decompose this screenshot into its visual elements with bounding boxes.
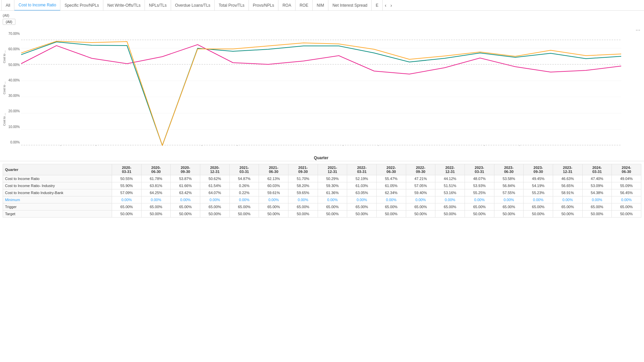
cell-3-15: 0.00% <box>553 196 583 203</box>
cell-3-7: 0.00% <box>318 196 347 203</box>
col-header-3: 2020-12-31 <box>200 164 230 175</box>
col-header-6: 2021-09-30 <box>288 164 318 175</box>
cell-0-10: 47.21% <box>406 175 435 182</box>
cell-2-17: 56.45% <box>612 189 641 196</box>
cell-3-4: 0.00% <box>229 196 259 203</box>
cell-3-3: 0.00% <box>200 196 230 203</box>
cell-2-4: 0.22% <box>229 189 259 196</box>
cell-1-2: 61.66% <box>171 182 200 189</box>
cell-0-13: 53.58% <box>494 175 524 182</box>
y-label-6: 60.00% <box>8 47 20 51</box>
cell-2-13: 57.55% <box>494 189 524 196</box>
series-label-1: Cost to ... <box>3 50 10 63</box>
cell-0-14: 49.45% <box>524 175 553 182</box>
tab-specific-prov-npls[interactable]: Specific Prov/NPLs <box>60 0 103 11</box>
cell-0-4: 54.87% <box>229 175 259 182</box>
row-label-1: Cost to Income Ratio- Industry <box>3 182 112 189</box>
table-row: Cost to Income Ratio50.55%61.78%53.87%50… <box>3 175 641 182</box>
cell-0-6: 51.70% <box>288 175 318 182</box>
y-label-7: 70.00% <box>8 32 20 36</box>
cell-3-2: 0.00% <box>171 196 200 203</box>
row-label-2: Cost to Income Ratio Industry-Bank <box>3 189 112 196</box>
tab-cost-income-ratio[interactable]: Cost to Income Ratio <box>14 0 60 11</box>
x-label-11: 2022-12-31 <box>401 145 416 146</box>
x-label-8: 2022-03-31 <box>295 145 310 146</box>
tab-net-write-offs-tls[interactable]: Net Write-Offs/TLs <box>103 0 145 11</box>
x-axis-title: Quarter <box>21 156 621 160</box>
col-header-quarter: Quarter <box>3 164 112 175</box>
tab-all[interactable]: All <box>1 0 14 11</box>
cell-0-7: 50.29% <box>318 175 347 182</box>
tab-total-prov-tls[interactable]: Total Prov/TLs <box>215 0 249 11</box>
col-header-0: 2020-03-31 <box>112 164 142 175</box>
cell-1-17: 55.09% <box>612 182 641 189</box>
tab-prev-button[interactable]: ‹ <box>383 0 388 11</box>
cell-3-10: 0.00% <box>406 196 435 203</box>
series-industry <box>21 42 621 145</box>
cell-1-4: 0.26% <box>229 182 259 189</box>
y-label-5: 50.00% <box>8 63 20 67</box>
data-table: Quarter 2020-03-31 2020-06-30 2020-09-30… <box>3 164 641 218</box>
cell-1-14: 54.19% <box>524 182 553 189</box>
cell-5-6: 50.00% <box>288 210 318 218</box>
cell-4-17: 65.00% <box>612 203 641 210</box>
cell-1-6: 58.20% <box>288 182 318 189</box>
cell-2-14: 55.23% <box>524 189 553 196</box>
col-header-12: 2023-03-31 <box>465 164 494 175</box>
tab-next-button[interactable]: › <box>388 0 394 11</box>
col-header-4: 2021-03-31 <box>229 164 259 175</box>
cell-4-6: 65.00% <box>288 203 318 210</box>
y-label-3: 30.00% <box>8 94 20 98</box>
cell-3-9: 0.00% <box>377 196 406 203</box>
cell-5-7: 50.00% <box>318 210 347 218</box>
cell-0-9: 55.47% <box>377 175 406 182</box>
tab-net-interest-spread[interactable]: Net Interest Spread <box>328 0 372 11</box>
cell-3-11: 0.00% <box>435 196 465 203</box>
tab-nim[interactable]: NIM <box>313 0 328 11</box>
cell-2-5: 59.61% <box>259 189 288 196</box>
cell-0-15: 46.63% <box>553 175 583 182</box>
cell-5-5: 50.00% <box>259 210 288 218</box>
tab-provs-npls[interactable]: Provs/NPLs <box>249 0 278 11</box>
series-industry-bank <box>21 41 621 145</box>
tab-roe[interactable]: ROE <box>296 0 313 11</box>
cell-3-6: 0.00% <box>288 196 318 203</box>
cell-3-16: 0.00% <box>582 196 612 203</box>
tab-e[interactable]: E <box>372 0 383 11</box>
cell-4-2: 65.00% <box>171 203 200 210</box>
cell-3-12: 0.00% <box>465 196 494 203</box>
col-header-10: 2022-09-30 <box>406 164 435 175</box>
cell-5-11: 50.00% <box>435 210 465 218</box>
cell-0-0: 50.55% <box>112 175 142 182</box>
chart-section: (All) (All) ⋯ Trigger Target Minimum <box>0 11 644 161</box>
filter-label: (All) <box>3 13 641 17</box>
cell-1-15: 56.65% <box>553 182 583 189</box>
cell-5-1: 50.00% <box>141 210 171 218</box>
cell-3-8: 0.00% <box>347 196 377 203</box>
tab-npls-tls[interactable]: NPLs/TLs <box>145 0 171 11</box>
cell-2-15: 58.91% <box>553 189 583 196</box>
chart-options-icon[interactable]: ⋯ <box>635 27 641 34</box>
y-label-2: 20.00% <box>8 109 20 113</box>
cell-4-8: 65.00% <box>347 203 377 210</box>
cell-2-3: 64.07% <box>200 189 230 196</box>
filter-chip[interactable]: (All) <box>3 19 15 25</box>
table-row: Trigger65.00%65.00%65.00%65.00%65.00%65.… <box>3 203 641 210</box>
y-side-labels: Cost to ... Cost to ... Cost to ... <box>3 32 10 144</box>
cell-5-16: 50.00% <box>582 210 612 218</box>
cell-2-12: 55.25% <box>465 189 494 196</box>
cell-1-13: 56.84% <box>494 182 524 189</box>
row-label-0: Cost to Income Ratio <box>3 175 112 182</box>
tab-overdue-loans-tls[interactable]: Overdue Loans/TLs <box>171 0 215 11</box>
cell-2-6: 59.65% <box>288 189 318 196</box>
cell-3-13: 0.00% <box>494 196 524 203</box>
cell-5-9: 50.00% <box>377 210 406 218</box>
x-label-4: 2021-03-31 <box>154 145 169 146</box>
row-label-5: Target <box>3 210 112 218</box>
cell-1-12: 53.93% <box>465 182 494 189</box>
cell-5-17: 50.00% <box>612 210 641 218</box>
table-row: Cost to Income Ratio Industry-Bank57.09%… <box>3 189 641 196</box>
cell-2-16: 54.38% <box>582 189 612 196</box>
cell-0-5: 62.13% <box>259 175 288 182</box>
tab-roa[interactable]: ROA <box>278 0 296 11</box>
